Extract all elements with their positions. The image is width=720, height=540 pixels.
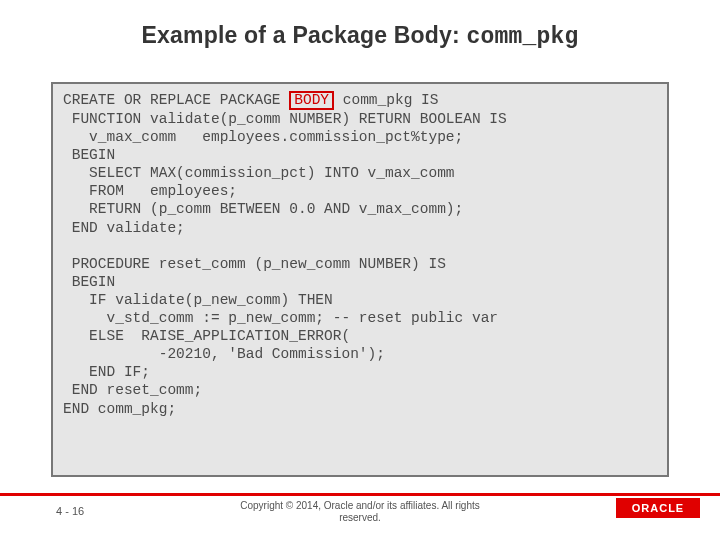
title-text: Example of a Package Body: (142, 22, 467, 48)
code-l2: FUNCTION validate(p_comm NUMBER) RETURN … (63, 111, 507, 127)
slide: Example of a Package Body: comm_pkg CREA… (0, 0, 720, 540)
code-l1a: CREATE OR REPLACE PACKAGE (63, 92, 289, 108)
code-l5: SELECT MAX(commission_pct) INTO v_max_co… (63, 165, 455, 181)
code-l14: ELSE RAISE_APPLICATION_ERROR( (63, 328, 350, 344)
code-l3: v_max_comm employees.commission_pct%type… (63, 129, 463, 145)
code-box: CREATE OR REPLACE PACKAGE BODY comm_pkg … (51, 82, 669, 477)
title-code: comm_pkg (466, 24, 578, 50)
code-l15: -20210, 'Bad Commission'); (63, 346, 385, 362)
code-l16: END IF; (63, 364, 150, 380)
highlight-body: BODY (289, 91, 334, 110)
copyright-text: Copyright © 2014, Oracle and/or its affi… (0, 500, 720, 524)
code-l18: END comm_pkg; (63, 401, 176, 417)
code-l6: FROM employees; (63, 183, 237, 199)
code-l17: END reset_comm; (63, 382, 202, 398)
code-l1b: comm_pkg IS (334, 92, 438, 108)
code-l12: IF validate(p_new_comm) THEN (63, 292, 333, 308)
code-l11: BEGIN (63, 274, 115, 290)
divider-bar (0, 493, 720, 496)
code-l8: END validate; (63, 220, 185, 236)
oracle-logo: ORACLE (616, 498, 700, 518)
code-l10: PROCEDURE reset_comm (p_new_comm NUMBER)… (63, 256, 446, 272)
code-l4: BEGIN (63, 147, 115, 163)
code-block: CREATE OR REPLACE PACKAGE BODY comm_pkg … (63, 91, 657, 418)
slide-title: Example of a Package Body: comm_pkg (0, 0, 720, 50)
copyright-line2: reserved. (339, 512, 381, 523)
copyright-line1: Copyright © 2014, Oracle and/or its affi… (240, 500, 480, 511)
code-l13: v_std_comm := p_new_comm; -- reset publi… (63, 310, 498, 326)
code-l7: RETURN (p_comm BETWEEN 0.0 AND v_max_com… (63, 201, 463, 217)
